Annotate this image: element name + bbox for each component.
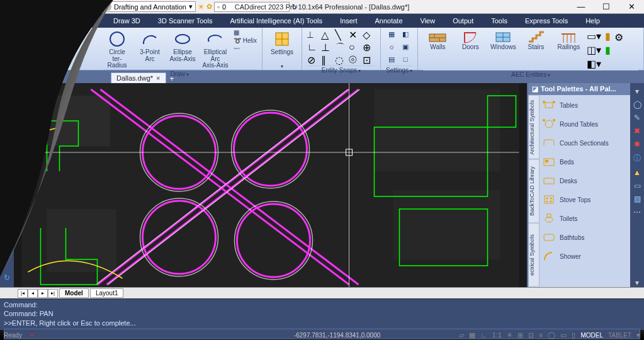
close-button[interactable]: ✕ [619, 0, 644, 14]
pal-item-bathtubs[interactable]: Bathtubs [542, 231, 628, 244]
rt-down-icon[interactable]: ▾ [635, 278, 639, 287]
vtab-library[interactable]: BackToCAD Library [528, 159, 539, 224]
rt-delete-icon[interactable]: ✖ [634, 127, 640, 135]
status-more-icon[interactable]: ▾ [636, 331, 640, 339]
aec-settings-icon[interactable]: ⚙ [614, 29, 623, 43]
zoom-tool-icon[interactable]: 🔍 [2, 103, 12, 113]
snap-extension-icon[interactable]: ⊥ [321, 42, 334, 53]
set-osnap-icon[interactable]: ▣ [400, 42, 411, 52]
minimize-button[interactable]: — [568, 0, 594, 14]
pal-item-beds[interactable]: Beds [542, 156, 628, 168]
snap-perpendicular-icon[interactable]: ○ [349, 42, 361, 53]
orbit-tool-icon[interactable]: ◎ [2, 117, 12, 127]
menu-ai-tools[interactable]: Artificial Intelligence (AI) Tools [223, 16, 329, 26]
status-sel-icon[interactable]: ▯ [572, 331, 575, 339]
aec-more-1[interactable]: ▭▾ [587, 30, 601, 42]
set-grid-icon[interactable]: ▦ [386, 29, 397, 39]
menu-output[interactable]: Output [446, 16, 480, 26]
snap-quadrant-icon[interactable]: ◇ [363, 29, 375, 40]
status-lwt-icon[interactable]: ≡ [539, 331, 543, 339]
menu-help[interactable]: Help [579, 16, 606, 26]
set-dyn-icon[interactable]: □ [400, 54, 411, 64]
rt-expand-icon[interactable]: ▾ [635, 87, 639, 96]
rt-layer-icon[interactable]: ▲ [633, 168, 641, 177]
snap-endpoint-icon[interactable]: ⟂ [307, 29, 320, 40]
menu-annotate[interactable]: Annotate [368, 16, 409, 26]
helix-button[interactable]: ➰ Helix [234, 37, 257, 44]
menu-insert[interactable]: Insert [334, 16, 364, 26]
palettes-title[interactable]: ◪Tool Palettes - All Pal... [528, 83, 630, 95]
sheet-last-button[interactable]: ▸| [48, 289, 58, 298]
status-ortho-icon[interactable]: ∟ [480, 331, 487, 339]
snap-from-icon[interactable]: ⊡ [363, 54, 375, 65]
file-tab[interactable]: Dallas.dwg* × [111, 72, 166, 83]
snap-parallel-icon[interactable]: ∥ [321, 54, 334, 65]
drawing-canvas[interactable] [14, 83, 527, 287]
group-label-settings[interactable]: Settings [386, 65, 412, 74]
snap-none-icon[interactable]: ⦾ [349, 54, 361, 65]
gear-icon[interactable]: ✿ [206, 3, 212, 11]
arc-button[interactable]: 3-Point Arc [135, 29, 164, 62]
set-ortho-icon[interactable]: ◧ [400, 29, 411, 39]
pal-item-couch[interactable]: Couch Sectionals [542, 137, 628, 149]
maximize-button[interactable]: ☐ [594, 0, 619, 14]
rt-hatch-icon[interactable]: ▨ [634, 195, 641, 203]
snap-node-icon[interactable]: ✕ [349, 29, 361, 40]
pal-item-tables[interactable]: Tables [542, 99, 628, 111]
pan-tool-icon[interactable]: ✥ [2, 89, 12, 99]
circle-button[interactable]: Circle ter-Radius [103, 29, 132, 69]
status-polar-icon[interactable]: ✳ [507, 331, 512, 339]
status-snap-icon[interactable]: ▱ [459, 331, 464, 339]
rt-explode-icon[interactable]: ✱ [634, 140, 640, 149]
refresh-tool-icon[interactable]: ↻ [2, 273, 12, 283]
menu-3d-scanner[interactable]: 3D Scanner Tools [152, 16, 219, 26]
status-et-icon[interactable]: ⊞ [517, 331, 523, 339]
railings-button[interactable]: Railings [554, 29, 583, 51]
set-polar-icon[interactable]: ☼ [386, 42, 397, 52]
sheet-tab-model[interactable]: Model [59, 288, 89, 298]
rt-dim-icon[interactable]: ▭ [634, 181, 641, 190]
sheet-first-button[interactable]: |◂ [18, 289, 28, 298]
status-qp-icon[interactable]: ▭ [560, 331, 567, 339]
snap-center-icon[interactable]: ╲ [335, 29, 347, 40]
vtab-arch[interactable]: Architectural Symbols [528, 95, 539, 159]
pal-item-stove[interactable]: Stove Tops [542, 193, 628, 206]
snap-nearest-icon[interactable]: ⊘ [307, 54, 320, 65]
status-tablet[interactable]: TABLET [608, 332, 631, 339]
settings-button[interactable]: Settings [268, 29, 297, 56]
set-otrack-icon[interactable]: ▤ [386, 54, 397, 64]
status-scale[interactable]: 1:1 [492, 331, 502, 339]
add-tab-button[interactable]: + [166, 74, 178, 83]
sheet-tab-layout1[interactable]: Layout1 [90, 288, 124, 298]
pal-item-desks[interactable]: Desks [542, 174, 628, 187]
pattern-button[interactable]: ▦ [234, 29, 257, 36]
snap-apparent-icon[interactable]: ◌ [335, 54, 347, 65]
ucs-tool-icon[interactable]: ∟ [2, 131, 12, 141]
status-model[interactable]: MODEL [580, 332, 603, 339]
elliptical-arc-button[interactable]: Elliptical Arc Axis-Axis [201, 29, 230, 69]
sheet-next-button[interactable]: ▸ [38, 289, 48, 298]
close-tab-icon[interactable]: × [156, 74, 160, 82]
group-label-aec[interactable]: AEC Entities [423, 70, 638, 79]
status-osnap-icon[interactable]: ⊡ [528, 331, 534, 339]
snap-intersection-icon[interactable]: ∟ [307, 42, 320, 53]
status-grid-icon[interactable]: ▦ [469, 331, 475, 339]
rt-modify-icon[interactable]: ✎ [634, 113, 640, 122]
menu-tools[interactable]: Tools [485, 16, 514, 26]
ellipse-button[interactable]: Ellipse Axis-Axis [168, 29, 197, 62]
aec-block-icon[interactable]: ▮ [605, 30, 611, 42]
snap-tangent-icon[interactable]: ⊕ [363, 42, 375, 53]
snap-midpoint-icon[interactable]: △ [321, 29, 334, 40]
stairs-button[interactable]: Stairs [521, 29, 550, 51]
pal-item-round-tables[interactable]: Round Tables [542, 118, 628, 130]
group-label-snaps[interactable]: Entity Snaps [307, 65, 375, 74]
rt-text-icon[interactable]: ⋯ [633, 208, 641, 217]
menu-view[interactable]: View [414, 16, 442, 26]
sheet-prev-button[interactable]: ◂ [28, 289, 38, 298]
pal-item-shower[interactable]: Shower [542, 250, 628, 263]
walls-button[interactable]: Walls [423, 29, 452, 51]
workspace-dropdown[interactable]: Drafting and Annotation ▾ [101, 1, 196, 12]
aec-more-3[interactable]: ◧▾ [587, 58, 601, 70]
windows-button[interactable]: Windows [489, 29, 517, 51]
pal-item-toilets[interactable]: Toilets [542, 212, 628, 225]
